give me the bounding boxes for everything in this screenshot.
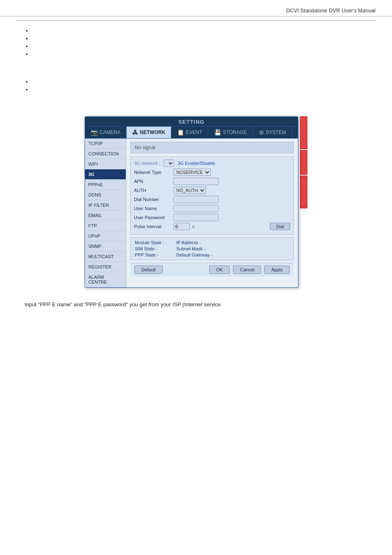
pulse-unit: s bbox=[192, 224, 195, 229]
sidebar-item-alarmcentre-label: ALARM CENTRE bbox=[88, 275, 107, 284]
pulse-row: Pulse Interval s Dial bbox=[134, 223, 290, 230]
apply-button[interactable]: Apply bbox=[264, 266, 290, 274]
sidebar-item-wifi[interactable]: WIFI bbox=[85, 159, 126, 169]
tab-camera[interactable]: 📷 CAMERA bbox=[85, 127, 127, 138]
tab-network-label: NETWORK bbox=[140, 130, 165, 135]
dialog-title-bar: SETTING bbox=[85, 117, 298, 127]
auth-label: AUTH bbox=[134, 188, 171, 193]
state-col-left: Module State : SIM State - PPP State - bbox=[135, 240, 164, 257]
dial-button[interactable]: Dial bbox=[270, 223, 290, 230]
sidebar-item-snmp[interactable]: SNMP bbox=[85, 241, 126, 252]
network-icon: 🖧 bbox=[132, 129, 138, 136]
sidebar-item-multicast-label: MULTICAST bbox=[88, 254, 114, 259]
bullet-section-bottom bbox=[0, 75, 392, 96]
network-label: 3G Network : bbox=[134, 161, 160, 166]
no-signal-text: No signal bbox=[135, 145, 155, 150]
sidebar-item-ipfilter-label: IP FILTER bbox=[88, 203, 109, 208]
network-select[interactable] bbox=[164, 160, 174, 167]
sidebar-item-email-label: EMAIL bbox=[88, 213, 102, 218]
pulse-interval-label: Pulse Interval bbox=[134, 224, 171, 229]
sidebar-item-tcpip[interactable]: TCP/IP bbox=[85, 139, 126, 149]
tab-camera-label: CAMERA bbox=[99, 130, 120, 135]
screenshot-wrapper: SETTING 📷 CAMERA 🖧 NETWORK 📋 EVENT 💾 bbox=[85, 116, 307, 288]
sidebar: TCP/IP CONNECTION WIFI 3G PPPoE bbox=[85, 139, 126, 287]
cancel-button[interactable]: Cancel bbox=[233, 266, 261, 274]
bottom-paragraph: Input "PPP E name" and "PPP E password" … bbox=[25, 301, 221, 308]
sidebar-item-upnp[interactable]: UPnP bbox=[85, 231, 126, 241]
bullet-list-bottom bbox=[25, 79, 367, 92]
default-button[interactable]: Default bbox=[134, 266, 163, 274]
subnet-mask: Subnet Mask - bbox=[176, 246, 212, 251]
sidebar-item-wifi-label: WIFI bbox=[88, 162, 98, 166]
red-bars bbox=[300, 116, 307, 288]
red-bar-1 bbox=[300, 116, 307, 149]
sidebar-item-ftp-label: FTP bbox=[88, 223, 97, 228]
sidebar-item-ddns[interactable]: DDNS bbox=[85, 190, 126, 200]
network-type-select[interactable]: NOSERVICE bbox=[173, 169, 211, 176]
sidebar-item-upnp-label: UPnP bbox=[88, 234, 100, 238]
main-content: No signal 3G Network : 3G Enable/Disable bbox=[126, 139, 298, 287]
tab-storage[interactable]: 💾 STORAGE bbox=[208, 127, 253, 138]
camera-icon: 📷 bbox=[91, 129, 98, 136]
sidebar-item-alarmcentre[interactable]: ALARM CENTRE bbox=[85, 272, 126, 287]
module-state: Module State : bbox=[135, 240, 164, 245]
user-password-row: User Password bbox=[134, 214, 290, 221]
network-type-row: Network Type NOSERVICE bbox=[134, 169, 290, 176]
no-signal-box: No signal bbox=[130, 142, 294, 153]
tab-network[interactable]: 🖧 NETWORK bbox=[127, 127, 171, 138]
sidebar-item-ftp[interactable]: FTP bbox=[85, 221, 126, 231]
event-icon: 📋 bbox=[177, 129, 184, 136]
separator bbox=[16, 21, 376, 21]
network-type-label: Network Type bbox=[134, 170, 171, 175]
form-section: 3G Network : 3G Enable/Disable Network T… bbox=[130, 157, 294, 235]
sidebar-item-multicast[interactable]: MULTICAST bbox=[85, 252, 126, 262]
user-name-input[interactable] bbox=[173, 205, 219, 212]
dial-number-input[interactable] bbox=[173, 196, 219, 203]
dialog-title: SETTING bbox=[178, 119, 204, 125]
sidebar-item-ipfilter[interactable]: IP FILTER bbox=[85, 200, 126, 210]
bullet-section-top bbox=[0, 24, 392, 60]
sidebar-item-pppoe[interactable]: PPPoE bbox=[85, 180, 126, 190]
user-password-input[interactable] bbox=[173, 214, 219, 221]
apn-row: APN bbox=[134, 178, 290, 185]
tab-storage-label: STORAGE bbox=[223, 130, 247, 135]
apn-label: APN bbox=[134, 179, 171, 184]
tab-event[interactable]: 📋 EVENT bbox=[171, 127, 208, 138]
user-password-label: User Password bbox=[134, 215, 171, 220]
auth-row: AUTH NO_AUTH bbox=[134, 187, 290, 194]
system-icon: ⚙ bbox=[259, 129, 264, 136]
network-row: 3G Network : 3G Enable/Disable bbox=[134, 160, 290, 167]
bottom-text: Input "PPP E name" and "PPP E password" … bbox=[0, 292, 392, 313]
enable-label: 3G Enable/Disable bbox=[178, 161, 215, 166]
pulse-input[interactable] bbox=[173, 223, 190, 230]
user-name-label: User Name bbox=[134, 206, 171, 211]
dial-number-label: Dial Number bbox=[134, 197, 171, 202]
red-bar-2 bbox=[300, 150, 307, 175]
storage-icon: 💾 bbox=[214, 129, 221, 136]
bullet-item bbox=[32, 79, 367, 85]
sidebar-item-register-label: REGISTER bbox=[88, 264, 111, 269]
sidebar-item-register[interactable]: REGISTER bbox=[85, 262, 126, 272]
ok-button[interactable]: OK bbox=[209, 266, 230, 274]
red-bar-3 bbox=[300, 176, 307, 208]
bullet-item bbox=[32, 51, 367, 57]
state-section: Module State : SIM State - PPP State - I… bbox=[130, 237, 294, 260]
bullet-item bbox=[32, 43, 367, 49]
sidebar-item-connection[interactable]: CONNECTION bbox=[85, 149, 126, 159]
tab-system-label: SYSTEM bbox=[266, 130, 286, 135]
user-name-row: User Name bbox=[134, 205, 290, 212]
sidebar-item-email[interactable]: EMAIL bbox=[85, 210, 126, 221]
sidebar-item-snmp-label: SNMP bbox=[88, 244, 101, 249]
dialog-footer: Default OK Cancel Apply bbox=[130, 263, 294, 276]
tab-system[interactable]: ⚙ SYSTEM bbox=[253, 127, 292, 138]
dialog-body: TCP/IP CONNECTION WIFI 3G PPPoE bbox=[85, 139, 298, 287]
dialog-tabs: 📷 CAMERA 🖧 NETWORK 📋 EVENT 💾 STORAGE ⚙ bbox=[85, 127, 298, 139]
auth-select[interactable]: NO_AUTH bbox=[173, 187, 206, 194]
bullet-list-top bbox=[25, 28, 367, 57]
apn-input[interactable] bbox=[173, 178, 219, 185]
sidebar-item-3g-label: 3G bbox=[88, 172, 95, 177]
sidebar-item-3g[interactable]: 3G bbox=[85, 169, 126, 180]
screenshot-area: SETTING 📷 CAMERA 🖧 NETWORK 📋 EVENT 💾 bbox=[0, 116, 392, 288]
sidebar-item-pppoe-label: PPPoE bbox=[88, 182, 103, 187]
ppp-state: PPP State - bbox=[135, 252, 164, 257]
